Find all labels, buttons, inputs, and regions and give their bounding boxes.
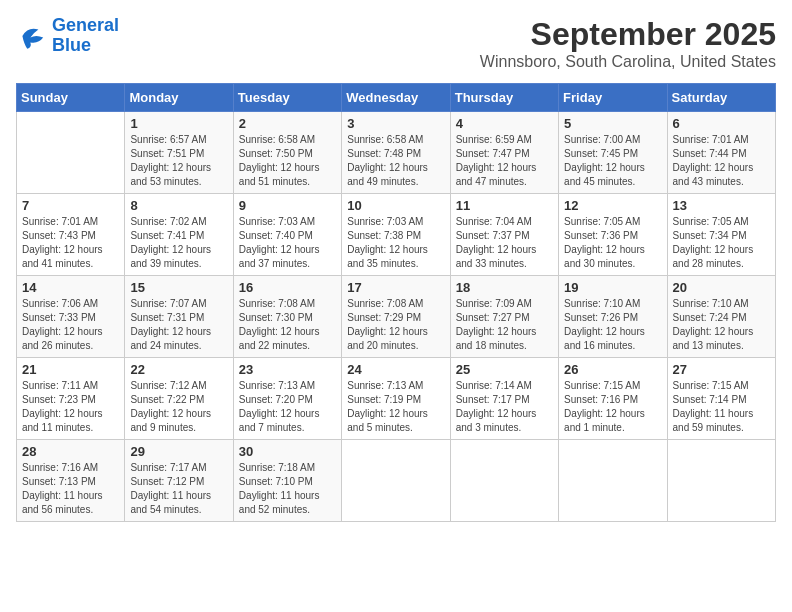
- day-info: Sunrise: 7:05 AM Sunset: 7:36 PM Dayligh…: [564, 215, 661, 271]
- title-area: September 2025 Winnsboro, South Carolina…: [480, 16, 776, 71]
- cell-w5-d5: [450, 440, 558, 522]
- day-number: 6: [673, 116, 770, 131]
- day-info: Sunrise: 7:10 AM Sunset: 7:26 PM Dayligh…: [564, 297, 661, 353]
- calendar-header: Sunday Monday Tuesday Wednesday Thursday…: [17, 84, 776, 112]
- day-info: Sunrise: 7:11 AM Sunset: 7:23 PM Dayligh…: [22, 379, 119, 435]
- day-number: 17: [347, 280, 444, 295]
- cell-w4-d7: 27Sunrise: 7:15 AM Sunset: 7:14 PM Dayli…: [667, 358, 775, 440]
- day-info: Sunrise: 7:10 AM Sunset: 7:24 PM Dayligh…: [673, 297, 770, 353]
- day-number: 9: [239, 198, 336, 213]
- cell-w4-d4: 24Sunrise: 7:13 AM Sunset: 7:19 PM Dayli…: [342, 358, 450, 440]
- col-wednesday: Wednesday: [342, 84, 450, 112]
- cell-w2-d1: 7Sunrise: 7:01 AM Sunset: 7:43 PM Daylig…: [17, 194, 125, 276]
- logo-icon: [16, 20, 48, 52]
- cell-w2-d7: 13Sunrise: 7:05 AM Sunset: 7:34 PM Dayli…: [667, 194, 775, 276]
- day-number: 4: [456, 116, 553, 131]
- day-number: 2: [239, 116, 336, 131]
- cell-w5-d4: [342, 440, 450, 522]
- day-info: Sunrise: 7:06 AM Sunset: 7:33 PM Dayligh…: [22, 297, 119, 353]
- cell-w2-d5: 11Sunrise: 7:04 AM Sunset: 7:37 PM Dayli…: [450, 194, 558, 276]
- day-number: 28: [22, 444, 119, 459]
- cell-w2-d2: 8Sunrise: 7:02 AM Sunset: 7:41 PM Daylig…: [125, 194, 233, 276]
- day-info: Sunrise: 7:08 AM Sunset: 7:30 PM Dayligh…: [239, 297, 336, 353]
- day-info: Sunrise: 7:09 AM Sunset: 7:27 PM Dayligh…: [456, 297, 553, 353]
- day-info: Sunrise: 6:58 AM Sunset: 7:50 PM Dayligh…: [239, 133, 336, 189]
- cell-w2-d3: 9Sunrise: 7:03 AM Sunset: 7:40 PM Daylig…: [233, 194, 341, 276]
- day-number: 21: [22, 362, 119, 377]
- week-row-3: 14Sunrise: 7:06 AM Sunset: 7:33 PM Dayli…: [17, 276, 776, 358]
- day-number: 26: [564, 362, 661, 377]
- day-info: Sunrise: 7:12 AM Sunset: 7:22 PM Dayligh…: [130, 379, 227, 435]
- day-number: 12: [564, 198, 661, 213]
- day-info: Sunrise: 7:03 AM Sunset: 7:38 PM Dayligh…: [347, 215, 444, 271]
- day-number: 18: [456, 280, 553, 295]
- day-info: Sunrise: 7:16 AM Sunset: 7:13 PM Dayligh…: [22, 461, 119, 517]
- day-info: Sunrise: 7:00 AM Sunset: 7:45 PM Dayligh…: [564, 133, 661, 189]
- calendar-table: Sunday Monday Tuesday Wednesday Thursday…: [16, 83, 776, 522]
- day-number: 25: [456, 362, 553, 377]
- cell-w3-d2: 15Sunrise: 7:07 AM Sunset: 7:31 PM Dayli…: [125, 276, 233, 358]
- day-number: 11: [456, 198, 553, 213]
- day-info: Sunrise: 7:04 AM Sunset: 7:37 PM Dayligh…: [456, 215, 553, 271]
- week-row-5: 28Sunrise: 7:16 AM Sunset: 7:13 PM Dayli…: [17, 440, 776, 522]
- day-number: 13: [673, 198, 770, 213]
- day-number: 24: [347, 362, 444, 377]
- cell-w3-d6: 19Sunrise: 7:10 AM Sunset: 7:26 PM Dayli…: [559, 276, 667, 358]
- day-number: 3: [347, 116, 444, 131]
- cell-w4-d6: 26Sunrise: 7:15 AM Sunset: 7:16 PM Dayli…: [559, 358, 667, 440]
- col-friday: Friday: [559, 84, 667, 112]
- cell-w4-d3: 23Sunrise: 7:13 AM Sunset: 7:20 PM Dayli…: [233, 358, 341, 440]
- day-info: Sunrise: 7:17 AM Sunset: 7:12 PM Dayligh…: [130, 461, 227, 517]
- cell-w1-d6: 5Sunrise: 7:00 AM Sunset: 7:45 PM Daylig…: [559, 112, 667, 194]
- cell-w3-d3: 16Sunrise: 7:08 AM Sunset: 7:30 PM Dayli…: [233, 276, 341, 358]
- day-number: 7: [22, 198, 119, 213]
- calendar-body: 1Sunrise: 6:57 AM Sunset: 7:51 PM Daylig…: [17, 112, 776, 522]
- day-info: Sunrise: 7:03 AM Sunset: 7:40 PM Dayligh…: [239, 215, 336, 271]
- day-info: Sunrise: 7:02 AM Sunset: 7:41 PM Dayligh…: [130, 215, 227, 271]
- col-saturday: Saturday: [667, 84, 775, 112]
- day-info: Sunrise: 6:58 AM Sunset: 7:48 PM Dayligh…: [347, 133, 444, 189]
- day-info: Sunrise: 6:59 AM Sunset: 7:47 PM Dayligh…: [456, 133, 553, 189]
- day-number: 30: [239, 444, 336, 459]
- col-tuesday: Tuesday: [233, 84, 341, 112]
- cell-w1-d3: 2Sunrise: 6:58 AM Sunset: 7:50 PM Daylig…: [233, 112, 341, 194]
- month-title: September 2025: [480, 16, 776, 53]
- col-monday: Monday: [125, 84, 233, 112]
- day-number: 27: [673, 362, 770, 377]
- day-info: Sunrise: 7:13 AM Sunset: 7:20 PM Dayligh…: [239, 379, 336, 435]
- logo-text: General Blue: [52, 16, 119, 56]
- day-info: Sunrise: 7:08 AM Sunset: 7:29 PM Dayligh…: [347, 297, 444, 353]
- day-info: Sunrise: 7:13 AM Sunset: 7:19 PM Dayligh…: [347, 379, 444, 435]
- cell-w1-d4: 3Sunrise: 6:58 AM Sunset: 7:48 PM Daylig…: [342, 112, 450, 194]
- day-info: Sunrise: 7:05 AM Sunset: 7:34 PM Dayligh…: [673, 215, 770, 271]
- day-info: Sunrise: 7:07 AM Sunset: 7:31 PM Dayligh…: [130, 297, 227, 353]
- cell-w3-d1: 14Sunrise: 7:06 AM Sunset: 7:33 PM Dayli…: [17, 276, 125, 358]
- day-number: 14: [22, 280, 119, 295]
- week-row-2: 7Sunrise: 7:01 AM Sunset: 7:43 PM Daylig…: [17, 194, 776, 276]
- logo: General Blue: [16, 16, 119, 56]
- cell-w5-d6: [559, 440, 667, 522]
- cell-w1-d7: 6Sunrise: 7:01 AM Sunset: 7:44 PM Daylig…: [667, 112, 775, 194]
- day-number: 15: [130, 280, 227, 295]
- cell-w2-d4: 10Sunrise: 7:03 AM Sunset: 7:38 PM Dayli…: [342, 194, 450, 276]
- day-number: 23: [239, 362, 336, 377]
- cell-w5-d1: 28Sunrise: 7:16 AM Sunset: 7:13 PM Dayli…: [17, 440, 125, 522]
- day-info: Sunrise: 7:15 AM Sunset: 7:14 PM Dayligh…: [673, 379, 770, 435]
- day-number: 1: [130, 116, 227, 131]
- day-info: Sunrise: 6:57 AM Sunset: 7:51 PM Dayligh…: [130, 133, 227, 189]
- day-number: 8: [130, 198, 227, 213]
- day-info: Sunrise: 7:01 AM Sunset: 7:43 PM Dayligh…: [22, 215, 119, 271]
- cell-w3-d7: 20Sunrise: 7:10 AM Sunset: 7:24 PM Dayli…: [667, 276, 775, 358]
- day-number: 20: [673, 280, 770, 295]
- day-number: 16: [239, 280, 336, 295]
- col-thursday: Thursday: [450, 84, 558, 112]
- cell-w4-d2: 22Sunrise: 7:12 AM Sunset: 7:22 PM Dayli…: [125, 358, 233, 440]
- week-row-4: 21Sunrise: 7:11 AM Sunset: 7:23 PM Dayli…: [17, 358, 776, 440]
- cell-w5-d2: 29Sunrise: 7:17 AM Sunset: 7:12 PM Dayli…: [125, 440, 233, 522]
- cell-w1-d5: 4Sunrise: 6:59 AM Sunset: 7:47 PM Daylig…: [450, 112, 558, 194]
- week-row-1: 1Sunrise: 6:57 AM Sunset: 7:51 PM Daylig…: [17, 112, 776, 194]
- header: General Blue September 2025 Winnsboro, S…: [16, 16, 776, 71]
- location-title: Winnsboro, South Carolina, United States: [480, 53, 776, 71]
- col-sunday: Sunday: [17, 84, 125, 112]
- day-info: Sunrise: 7:15 AM Sunset: 7:16 PM Dayligh…: [564, 379, 661, 435]
